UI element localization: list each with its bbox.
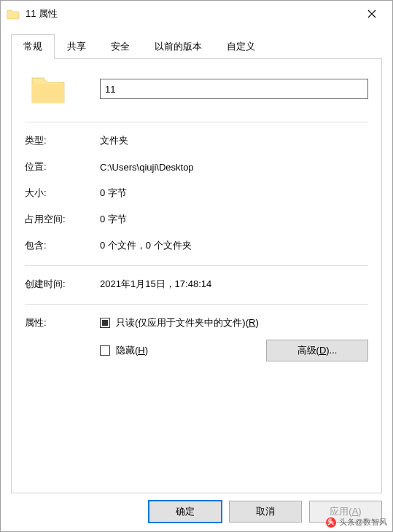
size-value: 0 字节 — [100, 187, 127, 200]
readonly-label: 只读(仅应用于文件夹中的文件)(R) — [116, 316, 259, 329]
hidden-checkbox[interactable] — [100, 345, 110, 356]
watermark: 头 头条@数智风 — [326, 517, 387, 528]
type-label: 类型: — [25, 134, 100, 147]
folder-icon-large — [31, 74, 66, 104]
window-title: 11 属性 — [26, 7, 357, 20]
attributes-label: 属性: — [25, 316, 100, 329]
contains-label: 包含: — [25, 239, 100, 252]
watermark-icon: 头 — [326, 517, 336, 528]
separator — [25, 122, 368, 122]
watermark-text: 头条@数智风 — [339, 517, 387, 528]
hidden-label: 隐藏(H) — [116, 344, 148, 357]
tab-sharing[interactable]: 共享 — [55, 34, 98, 59]
tab-customize[interactable]: 自定义 — [214, 34, 268, 59]
separator — [25, 304, 368, 305]
hidden-checkbox-row[interactable]: 隐藏(H) — [100, 344, 148, 357]
tab-previous-versions[interactable]: 以前的版本 — [142, 34, 214, 59]
contains-value: 0 个文件，0 个文件夹 — [100, 239, 192, 252]
created-label: 创建时间: — [25, 278, 100, 291]
advanced-button[interactable]: 高级(D)... — [266, 340, 368, 361]
tab-panel-general: 类型: 文件夹 位置: C:\Users\qiuji\Desktop 大小: 0… — [11, 59, 382, 493]
close-button[interactable] — [357, 3, 386, 25]
tab-security[interactable]: 安全 — [98, 34, 142, 59]
readonly-checkbox-row[interactable]: 只读(仅应用于文件夹中的文件)(R) — [100, 316, 368, 329]
created-value: 2021年1月15日，17:48:14 — [100, 278, 211, 291]
type-value: 文件夹 — [100, 134, 128, 147]
tabs-container: 常规 共享 安全 以前的版本 自定义 — [1, 27, 392, 59]
size-on-disk-label: 占用空间: — [25, 213, 100, 226]
size-label: 大小: — [25, 187, 100, 200]
location-value: C:\Users\qiuji\Desktop — [100, 162, 194, 173]
location-label: 位置: — [25, 160, 100, 173]
size-on-disk-value: 0 字节 — [100, 213, 127, 226]
separator — [25, 265, 368, 266]
tab-strip: 常规 共享 安全 以前的版本 自定义 — [11, 34, 382, 59]
folder-name-input[interactable] — [100, 79, 368, 99]
titlebar: 11 属性 — [1, 1, 392, 27]
close-icon — [367, 9, 376, 18]
readonly-checkbox[interactable] — [100, 318, 110, 328]
folder-icon — [7, 9, 20, 20]
ok-button[interactable]: 确定 — [149, 501, 222, 523]
cancel-button[interactable]: 取消 — [229, 501, 302, 523]
tab-general[interactable]: 常规 — [11, 34, 55, 59]
